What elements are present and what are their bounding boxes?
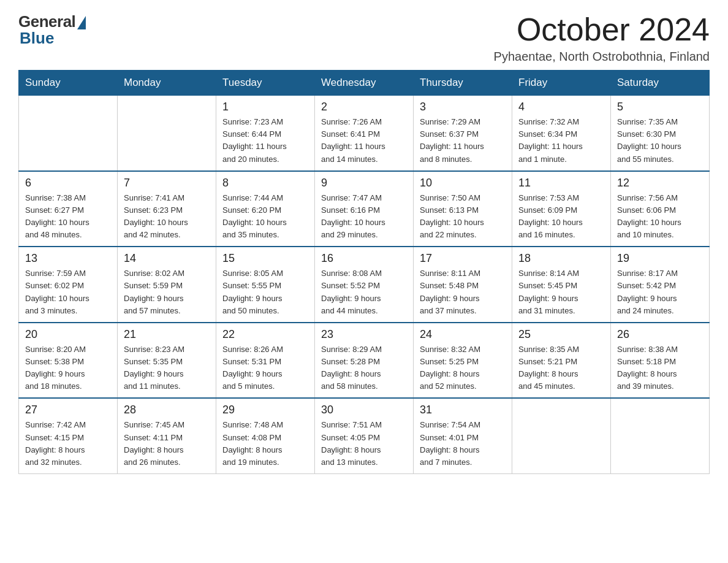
day-info: Sunrise: 7:42 AM Sunset: 4:15 PM Dayligh… xyxy=(25,419,111,469)
day-info: Sunrise: 8:08 AM Sunset: 5:52 PM Dayligh… xyxy=(321,267,407,317)
calendar-cell: 6Sunrise: 7:38 AM Sunset: 6:27 PM Daylig… xyxy=(19,171,118,247)
day-info: Sunrise: 7:48 AM Sunset: 4:08 PM Dayligh… xyxy=(222,419,308,469)
calendar-week-row: 1Sunrise: 7:23 AM Sunset: 6:44 PM Daylig… xyxy=(19,96,710,171)
day-number: 4 xyxy=(518,101,604,113)
calendar-cell: 18Sunrise: 8:14 AM Sunset: 5:45 PM Dayli… xyxy=(512,247,611,323)
day-info: Sunrise: 7:23 AM Sunset: 6:44 PM Dayligh… xyxy=(222,116,308,166)
day-number: 31 xyxy=(420,404,506,416)
calendar-header-tuesday: Tuesday xyxy=(216,71,315,96)
day-info: Sunrise: 7:35 AM Sunset: 6:30 PM Dayligh… xyxy=(617,116,703,166)
day-number: 22 xyxy=(222,328,308,341)
day-info: Sunrise: 8:23 AM Sunset: 5:35 PM Dayligh… xyxy=(124,343,210,393)
logo-triangle-icon xyxy=(77,16,86,29)
calendar-cell: 15Sunrise: 8:05 AM Sunset: 5:55 PM Dayli… xyxy=(216,247,315,323)
calendar-cell: 13Sunrise: 7:59 AM Sunset: 6:02 PM Dayli… xyxy=(19,247,118,323)
day-info: Sunrise: 8:20 AM Sunset: 5:38 PM Dayligh… xyxy=(25,343,111,393)
calendar-cell: 25Sunrise: 8:35 AM Sunset: 5:21 PM Dayli… xyxy=(512,323,611,399)
calendar-cell xyxy=(611,398,710,473)
calendar-cell: 31Sunrise: 7:54 AM Sunset: 4:01 PM Dayli… xyxy=(414,398,512,473)
calendar-cell: 16Sunrise: 8:08 AM Sunset: 5:52 PM Dayli… xyxy=(315,247,414,323)
day-number: 23 xyxy=(321,328,407,341)
day-info: Sunrise: 8:35 AM Sunset: 5:21 PM Dayligh… xyxy=(518,343,604,393)
calendar-cell: 20Sunrise: 8:20 AM Sunset: 5:38 PM Dayli… xyxy=(19,323,118,399)
day-info: Sunrise: 7:53 AM Sunset: 6:09 PM Dayligh… xyxy=(518,192,604,242)
day-info: Sunrise: 7:32 AM Sunset: 6:34 PM Dayligh… xyxy=(518,116,604,166)
day-number: 27 xyxy=(25,404,111,416)
day-info: Sunrise: 8:38 AM Sunset: 5:18 PM Dayligh… xyxy=(617,343,703,393)
day-info: Sunrise: 8:02 AM Sunset: 5:59 PM Dayligh… xyxy=(124,267,210,317)
calendar-cell: 12Sunrise: 7:56 AM Sunset: 6:06 PM Dayli… xyxy=(611,171,710,247)
calendar-cell: 7Sunrise: 7:41 AM Sunset: 6:23 PM Daylig… xyxy=(118,171,216,247)
calendar-cell: 28Sunrise: 7:45 AM Sunset: 4:11 PM Dayli… xyxy=(118,398,216,473)
day-number: 12 xyxy=(617,177,703,190)
day-number: 17 xyxy=(420,252,506,265)
calendar-cell xyxy=(118,96,216,171)
calendar-cell: 24Sunrise: 8:32 AM Sunset: 5:25 PM Dayli… xyxy=(414,323,512,399)
day-number: 5 xyxy=(617,101,703,113)
title-section: October 2024 Pyhaentae, North Ostrobothn… xyxy=(494,12,710,64)
day-info: Sunrise: 8:26 AM Sunset: 5:31 PM Dayligh… xyxy=(222,343,308,393)
calendar-week-row: 13Sunrise: 7:59 AM Sunset: 6:02 PM Dayli… xyxy=(19,247,710,323)
calendar-cell: 5Sunrise: 7:35 AM Sunset: 6:30 PM Daylig… xyxy=(611,96,710,171)
day-number: 9 xyxy=(321,177,407,190)
day-number: 20 xyxy=(25,328,111,341)
calendar-cell: 1Sunrise: 7:23 AM Sunset: 6:44 PM Daylig… xyxy=(216,96,315,171)
day-info: Sunrise: 7:38 AM Sunset: 6:27 PM Dayligh… xyxy=(25,192,111,242)
day-info: Sunrise: 7:51 AM Sunset: 4:05 PM Dayligh… xyxy=(321,419,407,469)
calendar-cell: 11Sunrise: 7:53 AM Sunset: 6:09 PM Dayli… xyxy=(512,171,611,247)
calendar-cell: 22Sunrise: 8:26 AM Sunset: 5:31 PM Dayli… xyxy=(216,323,315,399)
month-title: October 2024 xyxy=(494,12,710,47)
calendar-header-sunday: Sunday xyxy=(19,71,118,96)
day-number: 13 xyxy=(25,252,111,265)
calendar-table: SundayMondayTuesdayWednesdayThursdayFrid… xyxy=(18,70,710,474)
calendar-header-monday: Monday xyxy=(118,71,216,96)
day-number: 6 xyxy=(25,177,111,190)
day-info: Sunrise: 8:11 AM Sunset: 5:48 PM Dayligh… xyxy=(420,267,506,317)
day-number: 24 xyxy=(420,328,506,341)
day-number: 28 xyxy=(124,404,210,416)
page-header: General Blue October 2024 Pyhaentae, Nor… xyxy=(18,12,710,64)
day-number: 25 xyxy=(518,328,604,341)
calendar-cell: 9Sunrise: 7:47 AM Sunset: 6:16 PM Daylig… xyxy=(315,171,414,247)
calendar-cell: 27Sunrise: 7:42 AM Sunset: 4:15 PM Dayli… xyxy=(19,398,118,473)
day-number: 10 xyxy=(420,177,506,190)
location-title: Pyhaentae, North Ostrobothnia, Finland xyxy=(494,50,710,64)
calendar-header-row: SundayMondayTuesdayWednesdayThursdayFrid… xyxy=(19,71,710,96)
logo: General Blue xyxy=(18,12,86,48)
day-info: Sunrise: 7:47 AM Sunset: 6:16 PM Dayligh… xyxy=(321,192,407,242)
calendar-header-saturday: Saturday xyxy=(611,71,710,96)
logo-blue-text: Blue xyxy=(20,29,54,48)
day-number: 19 xyxy=(617,252,703,265)
day-number: 2 xyxy=(321,101,407,113)
day-info: Sunrise: 7:54 AM Sunset: 4:01 PM Dayligh… xyxy=(420,419,506,469)
calendar-cell: 8Sunrise: 7:44 AM Sunset: 6:20 PM Daylig… xyxy=(216,171,315,247)
calendar-cell xyxy=(19,96,118,171)
calendar-header-thursday: Thursday xyxy=(414,71,512,96)
calendar-cell: 21Sunrise: 8:23 AM Sunset: 5:35 PM Dayli… xyxy=(118,323,216,399)
day-info: Sunrise: 8:14 AM Sunset: 5:45 PM Dayligh… xyxy=(518,267,604,317)
day-number: 8 xyxy=(222,177,308,190)
calendar-week-row: 6Sunrise: 7:38 AM Sunset: 6:27 PM Daylig… xyxy=(19,171,710,247)
day-info: Sunrise: 8:29 AM Sunset: 5:28 PM Dayligh… xyxy=(321,343,407,393)
day-info: Sunrise: 7:59 AM Sunset: 6:02 PM Dayligh… xyxy=(25,267,111,317)
calendar-cell: 3Sunrise: 7:29 AM Sunset: 6:37 PM Daylig… xyxy=(414,96,512,171)
day-info: Sunrise: 8:17 AM Sunset: 5:42 PM Dayligh… xyxy=(617,267,703,317)
calendar-header-friday: Friday xyxy=(512,71,611,96)
calendar-cell: 29Sunrise: 7:48 AM Sunset: 4:08 PM Dayli… xyxy=(216,398,315,473)
day-number: 11 xyxy=(518,177,604,190)
calendar-cell: 23Sunrise: 8:29 AM Sunset: 5:28 PM Dayli… xyxy=(315,323,414,399)
day-number: 21 xyxy=(124,328,210,341)
day-info: Sunrise: 8:05 AM Sunset: 5:55 PM Dayligh… xyxy=(222,267,308,317)
calendar-cell: 17Sunrise: 8:11 AM Sunset: 5:48 PM Dayli… xyxy=(414,247,512,323)
calendar-cell xyxy=(512,398,611,473)
calendar-week-row: 27Sunrise: 7:42 AM Sunset: 4:15 PM Dayli… xyxy=(19,398,710,473)
day-number: 14 xyxy=(124,252,210,265)
day-number: 30 xyxy=(321,404,407,416)
day-info: Sunrise: 7:29 AM Sunset: 6:37 PM Dayligh… xyxy=(420,116,506,166)
calendar-cell: 26Sunrise: 8:38 AM Sunset: 5:18 PM Dayli… xyxy=(611,323,710,399)
calendar-cell: 4Sunrise: 7:32 AM Sunset: 6:34 PM Daylig… xyxy=(512,96,611,171)
calendar-cell: 2Sunrise: 7:26 AM Sunset: 6:41 PM Daylig… xyxy=(315,96,414,171)
day-number: 16 xyxy=(321,252,407,265)
day-info: Sunrise: 8:32 AM Sunset: 5:25 PM Dayligh… xyxy=(420,343,506,393)
day-number: 7 xyxy=(124,177,210,190)
